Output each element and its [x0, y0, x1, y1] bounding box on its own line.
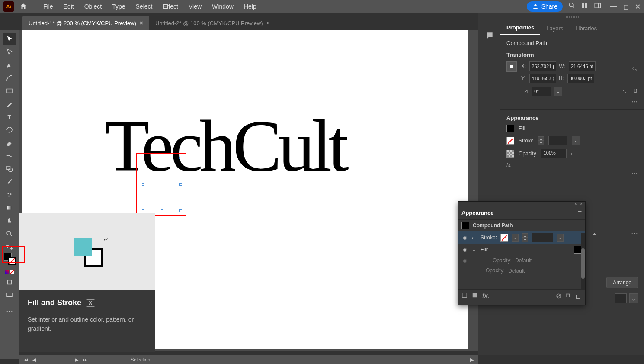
tab-libraries[interactable]: Libraries	[569, 22, 603, 35]
comments-icon[interactable]	[483, 29, 497, 42]
opacity-row-label-2[interactable]: Opacity:	[486, 267, 505, 274]
close-tab-icon[interactable]: ×	[140, 19, 143, 26]
menu-object[interactable]: Object	[80, 1, 106, 12]
maximize-icon[interactable]: ◻	[623, 3, 629, 11]
screen-mode-icon[interactable]	[3, 289, 16, 301]
stroke-row-stepper[interactable]: ▴▾	[522, 233, 528, 242]
zoom-tool[interactable]	[3, 228, 16, 240]
stroke-swatch[interactable]	[506, 137, 514, 145]
tab-properties[interactable]: Properties	[500, 21, 540, 35]
arrange-button[interactable]: Arrange	[606, 277, 638, 288]
stroke-weight-input[interactable]	[548, 136, 567, 145]
panel-menu-icon[interactable]: ≡	[578, 209, 582, 217]
fill-swatch[interactable]	[506, 125, 514, 132]
delete-item-icon[interactable]: 🗑	[575, 292, 582, 300]
visibility-toggle-icon[interactable]: ◉	[461, 257, 468, 264]
gradient-tool[interactable]	[3, 202, 16, 214]
rectangle-tool[interactable]	[3, 85, 16, 97]
opacity-arrow-icon[interactable]: ›	[571, 151, 573, 157]
menu-view[interactable]: View	[184, 1, 206, 12]
menu-file[interactable]: File	[39, 1, 58, 12]
stroke-row-label[interactable]: Stroke:	[481, 235, 497, 241]
opacity-row-label[interactable]: Opacity:	[493, 258, 512, 264]
selection-tool[interactable]	[3, 33, 16, 45]
disclosure-icon[interactable]: ⌄	[472, 247, 477, 253]
shape-builder-tool[interactable]	[3, 163, 16, 175]
disclosure-icon[interactable]: ›	[472, 235, 477, 241]
nav-first-icon[interactable]: ⏮	[23, 357, 28, 362]
flip-vertical-icon[interactable]: ⇵	[634, 88, 638, 94]
angle-dropdown[interactable]: ⌄	[554, 87, 562, 96]
stroke-weight-dropdown[interactable]: ⌄	[572, 136, 580, 145]
scrollbar[interactable]	[581, 233, 585, 289]
transform-more-options[interactable]: ⋯	[506, 99, 638, 105]
width-tool[interactable]	[3, 150, 16, 162]
menu-help[interactable]: Help	[240, 1, 261, 12]
panel-drag-handle[interactable]	[500, 13, 644, 21]
duplicate-item-icon[interactable]: ⧉	[566, 292, 570, 300]
stroke-row-swatch-dropdown[interactable]: ⌄	[512, 234, 519, 242]
x-input[interactable]	[529, 61, 556, 71]
opacity-swatch[interactable]	[506, 150, 514, 158]
nav-play-icon[interactable]: ▶	[470, 357, 474, 363]
appearance-more-options[interactable]: ⋯	[506, 171, 638, 177]
menu-select[interactable]: Select	[131, 1, 157, 12]
color-mode-row[interactable]	[3, 268, 16, 275]
clear-appearance-icon[interactable]: ⊘	[556, 292, 561, 300]
tab-layers[interactable]: Layers	[540, 22, 569, 35]
fill-row-label[interactable]: Fill:	[481, 247, 489, 253]
appearance-floating-panel[interactable]: ‹‹ × Appearance ≡ Compound Path ◉ › Stro…	[458, 201, 586, 305]
close-icon[interactable]: ✕	[635, 3, 641, 11]
constrain-proportions-icon[interactable]	[631, 66, 638, 74]
panel-close-icon[interactable]: ×	[580, 202, 583, 206]
hand-tool[interactable]	[3, 215, 16, 227]
rotate-tool[interactable]	[3, 124, 16, 136]
new-art-stroke-icon[interactable]	[461, 292, 468, 300]
arrange-secondary-dropdown[interactable]: ⌄	[629, 293, 638, 303]
stroke-row-weight[interactable]	[532, 233, 553, 242]
visibility-toggle-icon[interactable]: ◉	[461, 246, 468, 253]
arrange-documents-icon[interactable]	[581, 2, 589, 11]
direct-selection-tool[interactable]	[3, 46, 16, 58]
minimize-icon[interactable]: —	[610, 3, 617, 11]
stroke-label[interactable]: Stroke	[519, 138, 534, 144]
nav-last-icon[interactable]: ⏭	[83, 357, 87, 362]
search-icon[interactable]	[568, 2, 576, 11]
nav-prev-icon[interactable]: ◀	[32, 357, 36, 363]
nav-next-icon[interactable]: ▶	[75, 357, 78, 363]
w-input[interactable]	[569, 61, 596, 71]
document-tab-1[interactable]: Untitled-1* @ 200 % (CMYK/CPU Preview) ×	[22, 16, 149, 30]
h-input[interactable]	[567, 74, 594, 83]
menu-effect[interactable]: Effect	[158, 1, 183, 12]
new-art-fill-icon[interactable]	[472, 292, 478, 300]
angle-input[interactable]: 0°	[532, 87, 551, 96]
opacity-input[interactable]: 100%	[541, 149, 567, 158]
fill-label[interactable]: Fill	[519, 126, 525, 132]
stroke-row-weight-dropdown[interactable]: ⌄	[557, 234, 564, 242]
type-tool[interactable]: T	[3, 111, 16, 123]
edit-toolbar-icon[interactable]: ⋯	[3, 305, 16, 317]
stroke-row-swatch[interactable]	[500, 234, 508, 242]
arrange-secondary-input[interactable]	[615, 293, 627, 303]
share-button[interactable]: Share	[527, 1, 563, 12]
add-effect-icon[interactable]: fx.	[482, 292, 490, 300]
menu-edit[interactable]: Edit	[59, 1, 78, 12]
menu-window[interactable]: Window	[208, 1, 238, 12]
flip-horizontal-icon[interactable]: ⇋	[622, 88, 627, 94]
align-vertical-icon[interactable]: ⫟	[607, 229, 614, 238]
eyedropper-tool[interactable]	[3, 176, 16, 188]
paintbrush-tool[interactable]	[3, 98, 16, 110]
reference-point-widget[interactable]	[506, 61, 517, 72]
symbol-sprayer-tool[interactable]	[3, 189, 16, 201]
pen-tool[interactable]	[3, 59, 16, 71]
selection-bounding-box[interactable]	[143, 158, 181, 211]
draw-mode-icon[interactable]	[3, 276, 16, 288]
curvature-tool[interactable]	[3, 72, 16, 84]
opacity-label[interactable]: Opacity	[519, 151, 536, 157]
panel-collapse-icon[interactable]: ‹‹	[574, 202, 577, 206]
y-input[interactable]	[529, 74, 556, 83]
visibility-toggle-icon[interactable]: ◉	[461, 234, 468, 241]
document-tab-2[interactable]: Untitled-2* @ 100 % (CMYK/CPU Preview) ×	[149, 16, 276, 30]
home-icon[interactable]	[18, 1, 29, 12]
stroke-weight-stepper[interactable]: ▴▾	[538, 136, 544, 145]
